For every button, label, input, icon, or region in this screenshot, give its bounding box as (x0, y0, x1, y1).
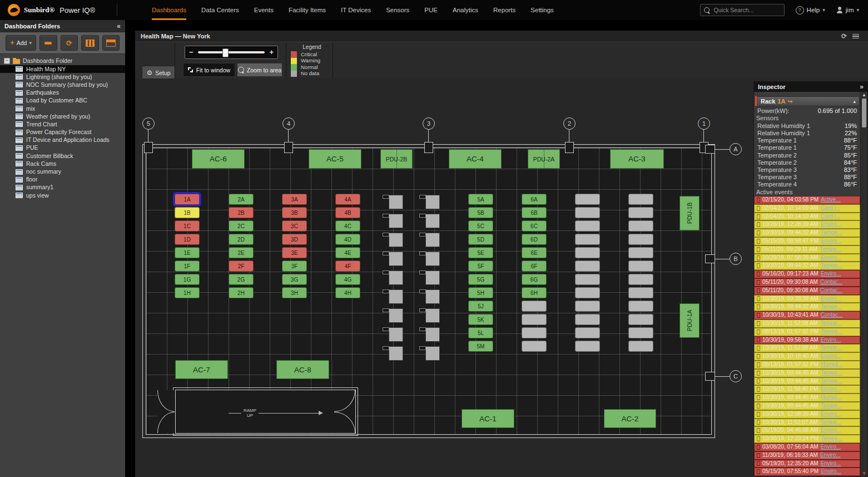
cabinet[interactable] (389, 252, 403, 266)
rack[interactable] (628, 220, 653, 232)
rack[interactable]: 5H (468, 287, 493, 298)
list-menu-icon[interactable] (852, 34, 859, 39)
rack[interactable]: 3H (282, 287, 307, 298)
rack[interactable] (628, 207, 653, 218)
rack[interactable]: 2C (229, 220, 254, 232)
rack[interactable] (628, 234, 653, 245)
collapse-folder-icon[interactable]: − (4, 58, 10, 64)
rack[interactable] (522, 314, 547, 325)
event-link[interactable]: Tempe... (821, 229, 842, 237)
rack[interactable]: 1E (175, 247, 200, 258)
rack[interactable]: 4F (335, 260, 360, 272)
rack[interactable]: 2B (229, 207, 254, 218)
cabinet[interactable] (425, 233, 440, 247)
collapse-sidebar-icon[interactable] (117, 22, 121, 30)
event-link[interactable]: Tempe... (821, 378, 842, 385)
cabinet[interactable] (389, 214, 403, 228)
zoom-out-button[interactable]: − (189, 50, 194, 55)
scroll-up-icon[interactable]: ▲ (861, 92, 867, 97)
rack[interactable] (628, 260, 653, 272)
rack[interactable]: 2D (229, 234, 254, 245)
rack[interactable]: 1D (175, 234, 200, 245)
rack[interactable]: 5G (468, 274, 493, 285)
rack[interactable] (628, 194, 653, 205)
rack[interactable] (575, 301, 600, 312)
nav-item[interactable]: Settings (530, 0, 554, 20)
event-link[interactable]: Enviro... (820, 386, 841, 393)
setup-button[interactable]: ⚙ Setup (142, 66, 175, 80)
event-link[interactable]: Tempe... (821, 370, 842, 377)
rack[interactable] (575, 274, 600, 285)
nav-item[interactable]: Facility Items (289, 0, 326, 20)
sidebar-item-dashboard[interactable]: ups view (0, 191, 125, 199)
rack[interactable]: 2A (229, 194, 254, 205)
nav-item[interactable]: IT Devices (341, 0, 371, 20)
equipment-box[interactable]: AC-8 (276, 360, 329, 379)
rack[interactable]: 5K (468, 314, 493, 325)
rack[interactable] (628, 287, 653, 298)
rack[interactable]: 5B (468, 207, 493, 218)
rack[interactable]: 6D (522, 234, 547, 245)
cabinet[interactable] (389, 308, 403, 323)
rack[interactable] (575, 327, 600, 338)
event-link[interactable]: Enviro... (821, 444, 841, 451)
rack[interactable]: 2E (229, 247, 254, 258)
rack[interactable]: 5E (468, 247, 493, 258)
rack[interactable] (628, 301, 653, 312)
fit-to-window-button[interactable]: Fit to window (183, 63, 235, 77)
event-link[interactable]: Humidi... (821, 361, 842, 368)
event-link[interactable]: Card r... (821, 205, 841, 212)
cabinet[interactable] (389, 327, 403, 342)
rack[interactable]: 1G (175, 274, 200, 285)
rack[interactable]: 5L (468, 327, 493, 338)
rack[interactable]: 6F (522, 260, 547, 272)
cabinet[interactable] (389, 289, 403, 304)
cabinet[interactable] (389, 195, 403, 209)
nav-item[interactable]: Analytics (453, 0, 478, 20)
event-link[interactable]: Tempe... (820, 246, 841, 253)
zoom-to-area-button[interactable]: Zoom to area (237, 63, 282, 77)
cabinet[interactable] (425, 289, 440, 304)
goto-item-icon[interactable]: ↪ (787, 99, 792, 104)
remove-button[interactable] (39, 35, 57, 51)
rack[interactable]: 3B (282, 207, 307, 218)
rack[interactable]: 6H (522, 287, 547, 298)
nav-item[interactable]: Data Centers (201, 0, 239, 20)
sidebar-item-dashboard[interactable]: noc summary (0, 168, 125, 175)
rack[interactable] (575, 287, 600, 298)
sidebar-item-dashboard[interactable]: Rack Cams (0, 160, 125, 168)
event-link[interactable]: Enviro... (821, 254, 841, 262)
rack[interactable]: 1H (175, 287, 200, 298)
rack[interactable]: 5F (468, 260, 493, 272)
equipment-box[interactable]: AC-6 (192, 149, 245, 169)
equipment-box[interactable]: PDU-1A (679, 303, 700, 338)
rack[interactable]: 6B (522, 207, 547, 218)
equipment-box[interactable]: PDU-1B (679, 196, 700, 230)
sidebar-item-dashboard[interactable]: Power Capacity Forecast (0, 129, 125, 136)
event-link[interactable]: Enviro... (821, 427, 841, 434)
rack[interactable]: 1A (175, 194, 200, 205)
rack[interactable]: 3D (282, 234, 307, 245)
rack-section-header[interactable]: Rack 1A ↪ ▴ (755, 96, 860, 106)
rack[interactable]: 4G (335, 274, 360, 285)
collapse-inspector-icon[interactable] (860, 83, 864, 91)
rack[interactable]: 5D (468, 234, 493, 245)
cabinet[interactable] (425, 214, 440, 228)
nav-item[interactable]: Events (254, 0, 274, 20)
rack[interactable]: 5M (468, 341, 493, 352)
event-link[interactable]: Tempe... (821, 303, 842, 311)
event-link[interactable]: Tempe... (820, 345, 841, 352)
nav-item[interactable]: Sensors (386, 0, 409, 20)
event-link[interactable]: Enviro... (821, 337, 841, 344)
help-menu[interactable]: ? Help (796, 6, 825, 14)
sidebar-item-dashboard[interactable]: NOC Summary (shared by you) (0, 81, 125, 88)
rack[interactable] (628, 247, 653, 258)
nav-item[interactable]: PUE (424, 0, 438, 20)
rack[interactable] (522, 341, 547, 352)
event-link[interactable]: Enviro... (821, 411, 841, 418)
event-link[interactable]: Enviro... (820, 452, 841, 459)
event-link[interactable]: Tempe... (821, 328, 842, 336)
sidebar-item-dashboard[interactable]: summary1 (0, 184, 125, 191)
event-link[interactable]: Tempe... (821, 435, 842, 442)
sidebar-item-dashboard[interactable]: Earthquakes (0, 89, 125, 97)
